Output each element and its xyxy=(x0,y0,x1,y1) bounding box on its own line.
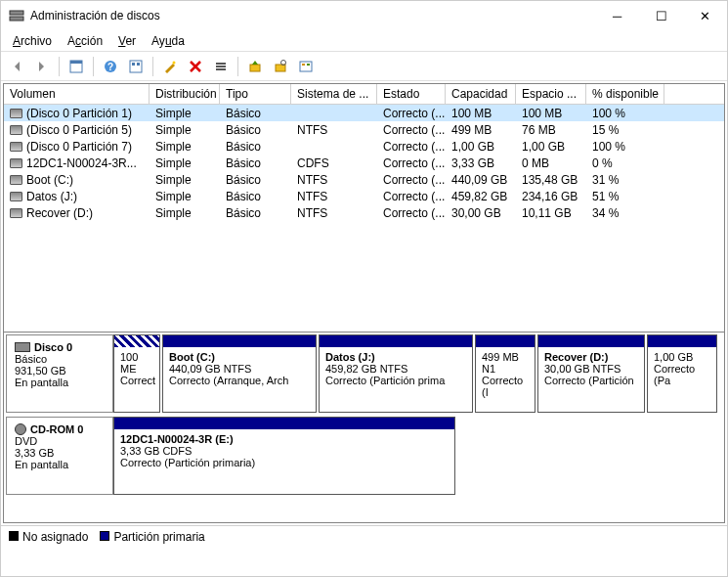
table-row[interactable]: Datos (J:)SimpleBásicoNTFSCorrecto (...4… xyxy=(4,188,724,204)
hdd-icon xyxy=(15,342,30,352)
partition-cd[interactable]: 12DC1-N00024-3R (E:)3,33 GB CDFSCorrecto… xyxy=(113,417,455,495)
help-button[interactable]: ? xyxy=(99,55,122,78)
legend-primary: Partición primaria xyxy=(100,530,204,544)
svg-rect-18 xyxy=(307,64,310,66)
svg-rect-6 xyxy=(130,61,142,72)
tool-btn-c[interactable] xyxy=(294,55,318,78)
col-sistema[interactable]: Sistema de ... xyxy=(291,84,377,104)
toolbar: ? xyxy=(1,52,727,81)
svg-text:?: ? xyxy=(107,62,113,72)
properties-button[interactable] xyxy=(209,55,233,78)
svg-rect-7 xyxy=(132,63,135,66)
volume-list[interactable]: Volumen Distribución Tipo Sistema de ...… xyxy=(3,83,725,333)
partition-boot[interactable]: Boot (C:)440,09 GB NTFSCorrecto (Arranqu… xyxy=(162,334,317,413)
col-distribucion[interactable]: Distribución xyxy=(150,84,220,104)
svg-rect-0 xyxy=(10,11,23,15)
disk-row-cd: CD-ROM 0 DVD 3,33 GB En pantalla 12DC1-N… xyxy=(6,417,722,495)
col-capacidad[interactable]: Capacidad xyxy=(446,84,516,104)
svg-rect-17 xyxy=(302,64,305,66)
view-button[interactable] xyxy=(64,55,88,78)
menu-archivo[interactable]: Archivo xyxy=(5,32,60,50)
table-row[interactable]: (Disco 0 Partición 5)SimpleBásicoNTFSCor… xyxy=(4,121,724,138)
grid-header: Volumen Distribución Tipo Sistema de ...… xyxy=(4,84,724,105)
tool-btn-a[interactable] xyxy=(243,55,267,78)
forward-button[interactable] xyxy=(30,55,54,78)
svg-rect-8 xyxy=(137,63,140,66)
col-espacio[interactable]: Espacio ... xyxy=(516,84,586,104)
svg-rect-13 xyxy=(250,65,260,71)
svg-point-9 xyxy=(173,61,176,64)
grid-body[interactable]: (Disco 0 Partición 1)SimpleBásicoCorrect… xyxy=(4,105,724,332)
svg-rect-1 xyxy=(10,17,23,21)
partition-datos[interactable]: Datos (J:)459,82 GB NTFSCorrecto (Partic… xyxy=(319,334,473,413)
table-row[interactable]: Boot (C:)SimpleBásicoNTFSCorrecto (...44… xyxy=(4,171,724,188)
maximize-button[interactable]: ☐ xyxy=(639,1,683,30)
col-volumen[interactable]: Volumen xyxy=(4,84,150,104)
app-icon xyxy=(9,8,24,23)
svg-rect-16 xyxy=(300,62,312,71)
wizard-button[interactable] xyxy=(158,55,182,78)
svg-rect-14 xyxy=(276,65,285,71)
partition-3[interactable]: 499 MB N1Correcto (I xyxy=(475,334,535,413)
refresh-button[interactable] xyxy=(124,55,148,78)
legend-unallocated: No asignado xyxy=(9,530,88,544)
disk-label-0[interactable]: Disco 0 Básico 931,50 GB En pantalla xyxy=(6,334,113,413)
close-button[interactable]: ✕ xyxy=(683,1,727,30)
disk-graphical-panel: Disco 0 Básico 931,50 GB En pantalla 100… xyxy=(3,333,725,523)
table-row[interactable]: Recover (D:)SimpleBásicoNTFSCorrecto (..… xyxy=(4,204,724,221)
svg-rect-11 xyxy=(216,66,226,67)
table-row[interactable]: 12DC1-N00024-3R...SimpleBásicoCDFSCorrec… xyxy=(4,155,724,171)
svg-rect-3 xyxy=(70,61,82,64)
dvd-icon xyxy=(15,423,26,435)
table-row[interactable]: (Disco 0 Partición 7)SimpleBásicoCorrect… xyxy=(4,138,724,155)
partition-recover[interactable]: Recover (D:)30,00 GB NTFSCorrecto (Parti… xyxy=(537,334,645,413)
disk-row-0: Disco 0 Básico 931,50 GB En pantalla 100… xyxy=(6,334,722,413)
partition-5[interactable]: 1,00 GBCorrecto (Pa xyxy=(647,334,717,413)
svg-rect-12 xyxy=(216,68,226,70)
menubar: Archivo Acción Ver Ayuda xyxy=(1,30,727,52)
disk-label-cd[interactable]: CD-ROM 0 DVD 3,33 GB En pantalla xyxy=(6,417,113,495)
menu-ayuda[interactable]: Ayuda xyxy=(144,32,193,50)
col-pct[interactable]: % disponible xyxy=(586,84,664,104)
back-button[interactable] xyxy=(5,55,28,78)
tool-btn-b[interactable] xyxy=(269,55,292,78)
table-row[interactable]: (Disco 0 Partición 1)SimpleBásicoCorrect… xyxy=(4,105,724,121)
col-estado[interactable]: Estado xyxy=(377,84,446,104)
minimize-button[interactable]: ─ xyxy=(595,1,639,30)
col-tipo[interactable]: Tipo xyxy=(220,84,291,104)
window-title: Administración de discos xyxy=(30,9,595,22)
partition-0[interactable]: 100 MECorrect xyxy=(113,334,160,413)
titlebar: Administración de discos ─ ☐ ✕ xyxy=(1,1,727,30)
menu-ver[interactable]: Ver xyxy=(110,32,144,50)
delete-button[interactable] xyxy=(184,55,207,78)
svg-rect-10 xyxy=(216,63,226,65)
legend: No asignado Partición primaria xyxy=(1,525,727,547)
menu-accion[interactable]: Acción xyxy=(60,32,110,50)
